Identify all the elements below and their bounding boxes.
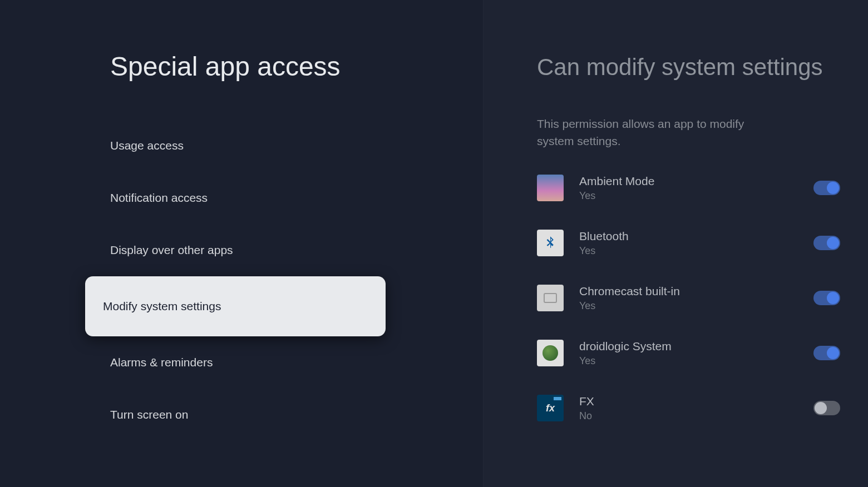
special-app-access-panel: Special app access Usage access Notifica… [0,0,483,487]
app-row-fx[interactable]: fx FX No [537,395,840,422]
menu-item-display-over-apps[interactable]: Display over other apps [85,224,483,276]
app-row-ambient-mode[interactable]: Ambient Mode Yes [537,175,840,202]
app-name: droidlogic System [579,340,798,353]
app-name: FX [579,395,798,408]
toggle-thumb [827,237,839,249]
app-row-bluetooth[interactable]: Bluetooth Yes [537,230,840,257]
toggle-thumb [827,347,839,359]
app-status: Yes [579,300,798,312]
toggle-bluetooth[interactable] [813,236,840,250]
menu-item-label: Turn screen on [110,408,188,421]
toggle-droidlogic[interactable] [813,346,840,360]
app-status: Yes [579,190,798,202]
menu-item-turn-screen-on[interactable]: Turn screen on [85,389,483,441]
menu-item-label: Usage access [110,139,184,152]
menu-item-modify-system-settings[interactable]: Modify system settings [85,276,386,336]
app-row-chromecast[interactable]: Chromecast built-in Yes [537,285,840,312]
app-info: Bluetooth Yes [579,230,798,257]
toggle-thumb [827,182,839,194]
menu-item-label: Alarms & reminders [110,356,213,369]
app-info: Ambient Mode Yes [579,175,798,202]
app-status: Yes [579,245,798,257]
toggle-chromecast[interactable] [813,291,840,305]
app-status: Yes [579,355,798,367]
app-name: Bluetooth [579,230,798,243]
menu-item-usage-access[interactable]: Usage access [85,120,483,172]
ambient-mode-icon [537,175,564,201]
app-name: Ambient Mode [579,175,798,188]
toggle-ambient-mode[interactable] [813,181,840,195]
app-info: Chromecast built-in Yes [579,285,798,312]
droidlogic-icon [537,340,564,366]
toggle-thumb [827,292,839,304]
menu-list: Usage access Notification access Display… [85,120,483,441]
menu-item-label: Display over other apps [110,244,233,256]
bluetooth-icon [537,230,564,256]
fx-icon: fx [537,395,564,421]
app-info: droidlogic System Yes [579,340,798,367]
menu-item-alarms-reminders[interactable]: Alarms & reminders [85,336,483,389]
detail-description: This permission allows an app to modify … [537,115,782,150]
menu-item-label: Modify system settings [103,300,221,312]
page-title: Special app access [110,51,483,82]
app-list: Ambient Mode Yes Bluetooth Yes [537,175,840,422]
app-row-droidlogic[interactable]: droidlogic System Yes [537,340,840,367]
detail-title: Can modify system settings [537,51,840,84]
toggle-thumb [815,402,827,414]
modify-system-settings-detail-panel: Can modify system settings This permissi… [483,0,868,487]
chromecast-icon [537,285,564,311]
app-name: Chromecast built-in [579,285,798,298]
app-info: FX No [579,395,798,422]
menu-item-notification-access[interactable]: Notification access [85,172,483,224]
app-status: No [579,410,798,422]
toggle-fx[interactable] [813,401,840,415]
menu-item-label: Notification access [110,191,208,204]
